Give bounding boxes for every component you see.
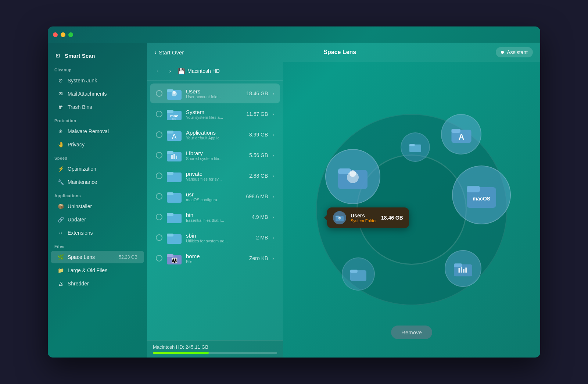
svg-text:👨‍👩‍👧: 👨‍👩‍👧: [171, 257, 178, 264]
assistant-dot: [501, 51, 504, 54]
bubble-small-left[interactable]: [401, 132, 430, 162]
minimize-button[interactable]: [61, 32, 65, 37]
tooltip: Users System Folder 18.46 GB: [327, 207, 409, 228]
file-checkbox-applications[interactable]: [156, 131, 162, 138]
file-item-bin[interactable]: bin Essential files that r... 4.9 MB ›: [150, 207, 280, 227]
file-item-private[interactable]: private Various files for sy... 2.88 GB …: [150, 166, 280, 186]
large-files-icon: 📁: [57, 267, 64, 274]
file-list-header: ‹ › 💾 Macintosh HD: [147, 62, 283, 81]
sidebar-label: Space Lens: [68, 254, 95, 260]
sidebar-item-updater[interactable]: 🔗 Updater: [51, 213, 144, 226]
disk-progress-track: [153, 352, 277, 354]
svg-rect-5: [167, 110, 173, 113]
file-checkbox-library[interactable]: [156, 152, 162, 159]
folder-icon-sbin: [167, 231, 182, 244]
file-checkbox-sbin[interactable]: [156, 234, 162, 241]
back-arrow-icon: ‹: [154, 49, 157, 56]
file-item-applications[interactable]: A Applications Your default Applic... 8.…: [150, 125, 280, 145]
folder-icon-users: [167, 87, 182, 100]
sidebar-item-system-junk[interactable]: ⊙ System Junk: [51, 74, 144, 87]
sidebar-item-uninstaller[interactable]: 📦 Uninstaller: [51, 200, 144, 213]
sidebar-item-privacy[interactable]: 🤚 Privacy: [51, 138, 144, 151]
file-desc-system: Your system files a...: [186, 115, 242, 120]
smart-scan-icon: ⊡: [54, 52, 61, 59]
mail-icon: ✉: [57, 90, 64, 97]
nav-forward-button[interactable]: ›: [165, 66, 175, 76]
start-over-button[interactable]: ‹ Start Over: [154, 49, 184, 56]
sidebar-item-malware[interactable]: ✳ Malware Removal: [51, 125, 144, 138]
trash-icon: 🗑: [57, 104, 64, 110]
file-size-system: 11.57 GB: [246, 111, 268, 117]
close-button[interactable]: [53, 32, 58, 37]
file-name-private: private: [186, 171, 245, 177]
file-info-home: home File: [186, 253, 245, 264]
top-bar: ‹ Start Over Space Lens Assistant: [147, 43, 540, 62]
chevron-icon-home: ›: [272, 255, 274, 261]
sidebar-item-optimization[interactable]: ⚡ Optimization: [51, 163, 144, 175]
right-panel: ‹ Start Over Space Lens Assistant ‹ ›: [147, 43, 540, 358]
file-checkbox-system[interactable]: [156, 111, 162, 117]
svg-text:A: A: [172, 133, 176, 140]
file-item-library[interactable]: Library Shared system libr... 5.56 GB ›: [150, 145, 280, 165]
system-junk-icon: ⊙: [57, 77, 64, 84]
folder-icon-private: [167, 170, 182, 182]
drive-name: Macintosh HD: [187, 68, 220, 74]
space-lens-icon: 🌿: [57, 254, 64, 260]
sidebar-item-extensions[interactable]: ↔ Extensions: [51, 227, 144, 239]
bubble-macos[interactable]: macOS: [452, 166, 511, 224]
file-checkbox-bin[interactable]: [156, 214, 162, 220]
svg-rect-42: [461, 267, 462, 273]
file-item-users[interactable]: Users User account fold... 18.46 GB ›: [150, 83, 280, 103]
file-item-home[interactable]: 👨‍👩‍👧 home File Zero KB ›: [150, 248, 280, 268]
bubble-small-bottom[interactable]: [342, 257, 375, 291]
file-desc-applications: Your default Applic...: [186, 136, 245, 140]
chevron-icon-system: ›: [272, 111, 274, 117]
file-size-bin: 4.9 MB: [252, 214, 268, 220]
tooltip-info: Users System Folder: [351, 213, 377, 223]
disk-label: Macintosh HD: 245.11 GB: [153, 344, 277, 350]
file-item-system[interactable]: mac OS System Your system files a... 11.…: [150, 104, 280, 124]
maximize-button[interactable]: [68, 32, 73, 37]
sidebar-item-trash-bins[interactable]: 🗑 Trash Bins: [51, 101, 144, 113]
file-checkbox-users[interactable]: [156, 90, 162, 97]
file-desc-usr: macOS configura...: [186, 198, 241, 202]
file-checkbox-usr[interactable]: [156, 193, 162, 200]
chevron-icon-private: ›: [272, 173, 274, 179]
tooltip-folder-icon: [333, 211, 346, 224]
bubble-library[interactable]: [445, 250, 481, 287]
file-size-applications: 8.99 GB: [249, 132, 268, 138]
sidebar-label: Malware Removal: [68, 128, 109, 134]
assistant-button[interactable]: Assistant: [496, 47, 533, 57]
file-desc-library: Shared system libr...: [186, 156, 245, 161]
sidebar-section-cleanup: Cleanup: [48, 63, 147, 74]
file-size-users: 18.46 GB: [246, 90, 268, 96]
sidebar-label: Privacy: [68, 142, 85, 147]
file-item-usr[interactable]: usr macOS configura... 698.6 MB ›: [150, 186, 280, 206]
file-name-bin: bin: [186, 212, 247, 218]
sidebar-item-large-old-files[interactable]: 📁 Large & Old Files: [51, 264, 144, 277]
bubble-users[interactable]: [325, 149, 380, 204]
remove-button[interactable]: Remove: [391, 326, 432, 339]
sidebar-item-maintenance[interactable]: 🔧 Maintenance: [51, 176, 144, 188]
file-item-sbin[interactable]: sbin Utilities for system ad... 2 MB ›: [150, 228, 280, 248]
chevron-icon-usr: ›: [272, 193, 274, 199]
bubble-chart: A: [305, 103, 518, 316]
svg-rect-25: [167, 254, 173, 257]
svg-rect-23: [167, 234, 173, 237]
svg-rect-28: [409, 144, 415, 146]
space-lens-size: 52.23 GB: [119, 255, 137, 260]
nav-back-button[interactable]: ‹: [153, 66, 162, 76]
file-size-sbin: 2 MB: [256, 235, 268, 241]
svg-rect-13: [171, 155, 173, 159]
chevron-icon-users: ›: [272, 90, 274, 96]
sidebar-item-smart-scan[interactable]: ⊡ Smart Scan: [48, 49, 147, 63]
sidebar-label: Extensions: [68, 230, 93, 236]
sidebar-item-shredder[interactable]: 🖨 Shredder: [51, 277, 144, 290]
sidebar-section-files: Files: [48, 240, 147, 250]
sidebar-item-mail-attachments[interactable]: ✉ Mail Attachments: [51, 88, 144, 100]
file-info-applications: Applications Your default Applic...: [186, 129, 245, 140]
bubble-applications[interactable]: A: [441, 114, 481, 154]
file-checkbox-private[interactable]: [156, 173, 162, 179]
file-checkbox-home[interactable]: [156, 255, 162, 262]
sidebar-item-space-lens[interactable]: 🌿 Space Lens 52.23 GB: [51, 251, 144, 263]
